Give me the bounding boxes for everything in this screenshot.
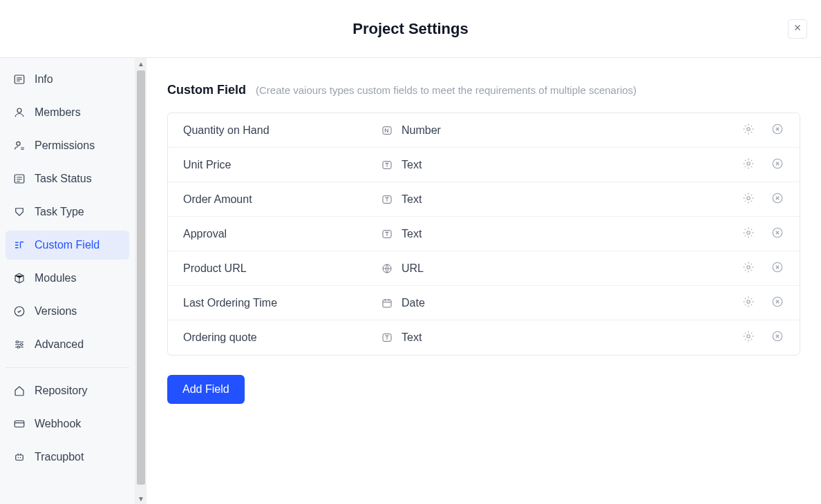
- section-hint-text: (Create vaiours types custom fields to m…: [256, 84, 636, 96]
- field-settings-button[interactable]: [742, 227, 755, 241]
- close-icon: [793, 23, 802, 35]
- field-delete-button[interactable]: [771, 296, 784, 310]
- field-row: Last Ordering TimeDate: [168, 286, 800, 320]
- delete-icon: [771, 295, 784, 311]
- sidebar-item-custom-field[interactable]: Custom Field: [6, 231, 129, 260]
- sidebar-item-label: Advanced: [35, 338, 84, 351]
- scrollbar-thumb[interactable]: [137, 70, 145, 485]
- text-type-icon: [381, 228, 393, 240]
- sidebar-item-label: Versions: [35, 305, 77, 318]
- sidebar-item-advanced[interactable]: Advanced: [6, 330, 129, 359]
- text-type-icon: [381, 331, 393, 344]
- field-settings-button[interactable]: [742, 193, 755, 206]
- sidebar-item-label: Tracupbot: [35, 451, 84, 463]
- field-delete-button[interactable]: [771, 262, 784, 275]
- field-row: Product URLURL: [168, 251, 800, 286]
- sidebar-item-versions[interactable]: Versions: [6, 297, 129, 326]
- date-type-icon: [381, 297, 393, 309]
- sidebar-item-label: Webhook: [35, 418, 81, 430]
- field-settings-button[interactable]: [742, 296, 755, 310]
- field-settings-button[interactable]: [742, 158, 755, 172]
- sidebar-item-modules[interactable]: Modules: [6, 264, 129, 293]
- sidebar-item-info[interactable]: Info: [6, 65, 129, 94]
- field-name: Unit Price: [183, 159, 381, 171]
- delete-icon: [771, 261, 784, 276]
- field-type: Text: [381, 159, 742, 171]
- field-type-label: Text: [402, 331, 422, 344]
- bot-icon: [12, 450, 26, 464]
- sidebar-item-label: Modules: [35, 272, 76, 284]
- module-icon: [12, 271, 26, 285]
- field-settings-button[interactable]: [742, 124, 755, 137]
- gear-icon: [742, 330, 755, 345]
- sidebar-item-label: Task Status: [35, 173, 92, 185]
- settings-header: Project Settings: [0, 0, 821, 58]
- sliders-icon: [12, 338, 26, 351]
- delete-icon: [771, 192, 784, 207]
- gear-icon: [742, 123, 755, 138]
- field-row: Quantity on HandNumber: [168, 113, 800, 148]
- field-name: Approval: [183, 228, 381, 240]
- gear-icon: [742, 192, 755, 207]
- field-name: Last Ordering Time: [183, 297, 381, 309]
- field-type-label: Text: [402, 159, 422, 171]
- close-button[interactable]: [788, 19, 807, 39]
- gear-icon: [742, 226, 755, 242]
- sidebar-scrollbar[interactable]: ▲ ▼: [135, 58, 147, 504]
- scroll-down-arrow-icon[interactable]: ▼: [135, 493, 147, 504]
- sidebar-item-label: Repository: [35, 385, 87, 397]
- delete-icon: [771, 226, 784, 242]
- sidebar-item-label: Task Type: [35, 206, 84, 218]
- field-name: Ordering quote: [183, 331, 381, 344]
- sidebar-item-members[interactable]: Members: [6, 98, 129, 127]
- field-delete-button[interactable]: [771, 193, 784, 206]
- field-delete-button[interactable]: [771, 158, 784, 172]
- text-type-icon: [381, 159, 393, 171]
- sidebar-item-repository[interactable]: Repository: [6, 376, 129, 405]
- section-header: Custom Field (Create vaiours types custo…: [167, 83, 800, 97]
- gear-icon: [742, 261, 755, 276]
- field-type: Text: [381, 331, 742, 344]
- delete-icon: [771, 157, 784, 173]
- card-icon: [12, 417, 26, 431]
- field-name: Product URL: [183, 262, 381, 275]
- home-icon: [12, 384, 26, 398]
- list-icon: [12, 72, 26, 86]
- sidebar-item-label: Members: [35, 106, 81, 119]
- field-settings-button[interactable]: [742, 331, 755, 345]
- field-type-label: Text: [402, 193, 422, 206]
- scroll-up-arrow-icon[interactable]: ▲: [135, 58, 147, 69]
- text-type-icon: [381, 193, 393, 206]
- field-type-label: Text: [402, 228, 422, 240]
- gear-icon: [742, 157, 755, 173]
- sidebar-item-task-type[interactable]: Task Type: [6, 197, 129, 226]
- field-type: Date: [381, 297, 742, 309]
- sidebar-item-permissions[interactable]: Permissions: [6, 131, 129, 160]
- add-field-button[interactable]: Add Field: [167, 375, 245, 404]
- sidebar-item-webhook[interactable]: Webhook: [6, 409, 129, 438]
- field-name: Order Amount: [183, 193, 381, 206]
- sidebar-item-tracupbot[interactable]: Tracupbot: [6, 443, 129, 472]
- field-settings-button[interactable]: [742, 262, 755, 275]
- field-type: Text: [381, 193, 742, 206]
- user-icon: [12, 106, 26, 119]
- sidebar-item-label: Custom Field: [35, 239, 100, 251]
- field-row: Order AmountText: [168, 182, 800, 217]
- field-delete-button[interactable]: [771, 331, 784, 345]
- delete-icon: [771, 330, 784, 345]
- sidebar-item-label: Info: [35, 73, 53, 86]
- sidebar-item-task-status[interactable]: Task Status: [6, 164, 129, 193]
- field-delete-button[interactable]: [771, 227, 784, 241]
- gear-icon: [742, 295, 755, 311]
- field-delete-button[interactable]: [771, 124, 784, 137]
- perm-icon: [12, 139, 26, 153]
- field-name: Quantity on Hand: [183, 124, 381, 137]
- field-type-label: Date: [402, 297, 425, 309]
- custom-fields-list: Quantity on HandNumberUnit PriceTextOrde…: [167, 113, 800, 356]
- main-content: Custom Field (Create vaiours types custo…: [147, 58, 821, 504]
- field-icon: [12, 238, 26, 252]
- field-type: Text: [381, 228, 742, 240]
- field-type-label: URL: [402, 262, 424, 275]
- page-title: Project Settings: [352, 20, 468, 38]
- type-icon: [12, 205, 26, 219]
